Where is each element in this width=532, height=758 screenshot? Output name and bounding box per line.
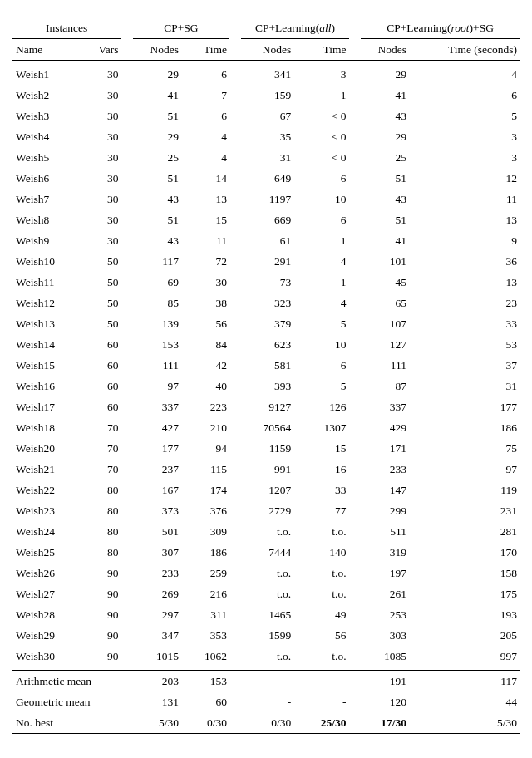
cell-nodes1: 233 bbox=[133, 563, 181, 583]
cell-nodes3: 43 bbox=[361, 189, 409, 209]
cell-nodes2: 9127 bbox=[241, 396, 293, 417]
table-row: Weish25803071867444140319170 bbox=[12, 542, 520, 563]
table-row: Weish630511464965112 bbox=[12, 168, 520, 189]
cell-nodes1: 51 bbox=[133, 106, 181, 126]
cell-time2: 6 bbox=[293, 168, 348, 189]
cell-nodes2: 67 bbox=[241, 106, 293, 126]
cell-nodes1: 139 bbox=[133, 313, 181, 334]
cell-time2: 5 bbox=[293, 313, 348, 334]
cell-vars: 30 bbox=[83, 85, 121, 106]
cell-time1: 309 bbox=[181, 521, 229, 542]
cell-nodes1: 1015 bbox=[133, 646, 181, 667]
cell-time3: 12 bbox=[409, 168, 520, 189]
table-row: Weish1302963413294 bbox=[12, 64, 520, 85]
cell-time3: 13 bbox=[409, 272, 520, 293]
cell-time2: 6 bbox=[293, 209, 348, 230]
cell-nodes2: 323 bbox=[241, 293, 293, 313]
cell-nodes3: 337 bbox=[361, 396, 409, 417]
cell-nodes2: 1465 bbox=[241, 604, 293, 625]
cell-vars: 30 bbox=[83, 126, 121, 147]
cell-time3: 5 bbox=[409, 106, 520, 126]
summary-time3: 117 bbox=[409, 671, 520, 692]
summary-nodes3: 120 bbox=[361, 692, 409, 712]
cell-vars: 90 bbox=[83, 646, 121, 667]
table-row: Weish17603372239127126337177 bbox=[12, 396, 520, 417]
cell-name: Weish24 bbox=[12, 521, 83, 542]
cell-nodes3: 87 bbox=[361, 376, 409, 396]
cell-time2: 77 bbox=[293, 500, 348, 521]
cell-time1: 115 bbox=[181, 459, 229, 480]
table-row: Weish309010151062t.o.t.o.1085997 bbox=[12, 646, 520, 667]
cell-nodes3: 51 bbox=[361, 209, 409, 230]
cell-nodes2: 73 bbox=[241, 272, 293, 293]
cell-nodes1: 269 bbox=[133, 583, 181, 604]
cell-time2: 15 bbox=[293, 438, 348, 459]
cell-name: Weish29 bbox=[12, 625, 83, 646]
cell-nodes3: 45 bbox=[361, 272, 409, 293]
cell-time1: 15 bbox=[181, 209, 229, 230]
cell-nodes1: 237 bbox=[133, 459, 181, 480]
cell-time3: 11 bbox=[409, 189, 520, 209]
cell-time3: 6 bbox=[409, 85, 520, 106]
cell-vars: 30 bbox=[83, 230, 121, 251]
table-row: Weish2480501309t.o.t.o.511281 bbox=[12, 521, 520, 542]
cell-name: Weish9 bbox=[12, 230, 83, 251]
cell-vars: 90 bbox=[83, 625, 121, 646]
cell-time1: 7 bbox=[181, 85, 229, 106]
table-row: Weish2790269216t.o.t.o.261175 bbox=[12, 583, 520, 604]
cell-time2: 6 bbox=[293, 355, 348, 376]
cell-nodes3: 511 bbox=[361, 521, 409, 542]
cell-time2: < 0 bbox=[293, 147, 348, 168]
cell-time1: 210 bbox=[181, 417, 229, 438]
cell-vars: 30 bbox=[83, 64, 121, 85]
table-row: Weish2304171591416 bbox=[12, 85, 520, 106]
header-group-row: Instances CP+SG CP+Learning(all) CP+Lear… bbox=[12, 17, 520, 39]
cell-vars: 50 bbox=[83, 251, 121, 272]
header-time1: Time bbox=[181, 39, 229, 61]
cell-time1: 56 bbox=[181, 313, 229, 334]
header-time3: Time (seconds) bbox=[409, 39, 520, 61]
cell-vars: 60 bbox=[83, 376, 121, 396]
cell-vars: 30 bbox=[83, 168, 121, 189]
table-row: Weish135013956379510733 bbox=[12, 313, 520, 334]
cell-time1: 376 bbox=[181, 500, 229, 521]
summary-row: Arithmetic mean203153--191117 bbox=[12, 671, 520, 692]
cell-nodes2: 70564 bbox=[241, 417, 293, 438]
cell-nodes1: 117 bbox=[133, 251, 181, 272]
cell-nodes1: 51 bbox=[133, 209, 181, 230]
summary-label: Arithmetic mean bbox=[12, 671, 121, 692]
cell-nodes2: t.o. bbox=[241, 521, 293, 542]
cell-name: Weish17 bbox=[12, 396, 83, 417]
cell-name: Weish5 bbox=[12, 147, 83, 168]
cell-time3: 33 bbox=[409, 313, 520, 334]
cell-nodes2: 623 bbox=[241, 334, 293, 355]
summary-nodes1: 5/30 bbox=[133, 712, 181, 733]
cell-nodes1: 69 bbox=[133, 272, 181, 293]
cell-name: Weish3 bbox=[12, 106, 83, 126]
table-row: Weish156011142581611137 bbox=[12, 355, 520, 376]
cell-nodes2: 1197 bbox=[241, 189, 293, 209]
table-row: Weish1250853832346523 bbox=[12, 293, 520, 313]
cell-time3: 53 bbox=[409, 334, 520, 355]
cell-time2: t.o. bbox=[293, 521, 348, 542]
cell-time3: 205 bbox=[409, 625, 520, 646]
header-cplearn-all: CP+Learning(all) bbox=[241, 17, 348, 39]
cell-time3: 3 bbox=[409, 147, 520, 168]
cell-time2: 1307 bbox=[293, 417, 348, 438]
cell-time2: 5 bbox=[293, 376, 348, 396]
cell-nodes2: 341 bbox=[241, 64, 293, 85]
summary-nodes2: 0/30 bbox=[241, 712, 293, 733]
cell-vars: 30 bbox=[83, 209, 121, 230]
cell-time1: 40 bbox=[181, 376, 229, 396]
cell-time3: 186 bbox=[409, 417, 520, 438]
cell-name: Weish13 bbox=[12, 313, 83, 334]
cell-nodes3: 41 bbox=[361, 230, 409, 251]
cell-nodes3: 51 bbox=[361, 168, 409, 189]
cell-time3: 37 bbox=[409, 355, 520, 376]
cell-time3: 97 bbox=[409, 459, 520, 480]
results-table: Instances CP+SG CP+Learning(all) CP+Lear… bbox=[12, 17, 520, 734]
header-cpsg: CP+SG bbox=[133, 17, 229, 39]
cell-time2: 3 bbox=[293, 64, 348, 85]
cell-time1: 6 bbox=[181, 106, 229, 126]
cell-time2: t.o. bbox=[293, 563, 348, 583]
